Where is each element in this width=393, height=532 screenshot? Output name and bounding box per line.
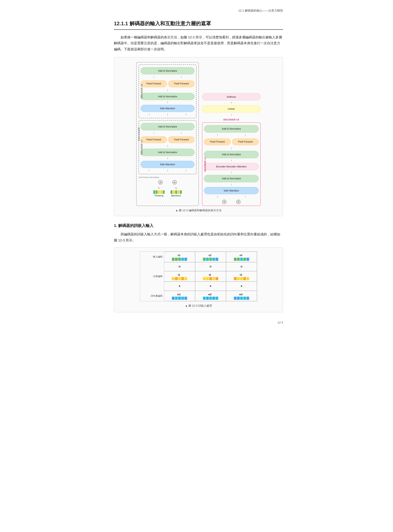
embed-row-plus: + + + bbox=[140, 282, 257, 291]
dec-plus-circle-2: ⊕ bbox=[236, 200, 241, 204]
encoder-1-block: ENCODER #1 Add & Normalize ↑ ↑ Feed Forw… bbox=[138, 120, 196, 174]
input-x2: x₂ Machines bbox=[171, 186, 182, 198]
enc2-arrow-up-2: ↑ bbox=[141, 101, 195, 104]
enc1-add-norm-2: Add & Normalize bbox=[141, 149, 195, 156]
softmax-box: Softmax bbox=[202, 93, 261, 100]
linear-box: Linear bbox=[202, 105, 261, 112]
arrow-linear-dec2: ↑ bbox=[231, 113, 232, 116]
body-paragraph-2: 與編碼器的詞嵌入輸入方式一樣，解碼器本身的詞嵌入處理也是由初始化的詞向量和位置向… bbox=[114, 231, 283, 243]
encoder-2-block: ENCODER #2 Add & Normalize ↑ ↑ Feed Forw… bbox=[138, 65, 196, 119]
encoder-section: ENCODER ENCODER #2 Add & Normalize ↑ ↑ F… bbox=[136, 62, 199, 206]
decoder-top: Softmax ↑ Linear ↑ bbox=[202, 93, 261, 117]
body-paragraph-1: 如果換一種編碼器和解碼器的表示方法，如圖 12-2 所示，可以清楚地看到，經過多… bbox=[114, 35, 283, 52]
dec1-add-norm-3: Add & Normalize bbox=[204, 175, 259, 182]
enc1-arrows-ff: ↑ ↑ bbox=[141, 131, 195, 135]
input-row-label: 輸入編碼 bbox=[140, 252, 164, 262]
embedding-table: 輸入編碼 x1 x2 x3 = = bbox=[140, 251, 257, 301]
dec1-enc-dec-attn: Encoder-Decoder Attention bbox=[204, 163, 259, 170]
enc1-arrow-up-1: ↑ bbox=[141, 145, 195, 148]
enc1-bottom-arrows: ↑ ↑ ↑ bbox=[141, 169, 195, 172]
plus-1: + bbox=[164, 282, 195, 291]
plus-circle-2: ⊕ bbox=[172, 180, 177, 184]
dec1-bottom-arrows: ↑ ↑ bbox=[204, 195, 259, 199]
arrow-softmax-linear: ↑ bbox=[231, 101, 232, 104]
enc2-bottom-arrows: ↑ ↑ ↑ bbox=[141, 113, 195, 116]
embed-row-input: 輸入編碼 x1 x2 x3 bbox=[140, 252, 257, 262]
fig3-caption: ▲ 圖 12-3 詞嵌入處理 bbox=[185, 303, 212, 308]
word-w3-cell: w3 bbox=[226, 291, 257, 301]
embed-row-position: 位置編碼 t1 t2 t3 bbox=[140, 271, 257, 282]
plus-circle-1: ⊕ bbox=[158, 180, 163, 184]
eq-1: = bbox=[164, 262, 195, 271]
x2-label: x₂ bbox=[171, 186, 182, 190]
enc1-self-attn: Self-Attention bbox=[141, 161, 195, 168]
input-x2-cell: x2 bbox=[195, 252, 226, 262]
enc2-arrows-ff: ↑ ↑ bbox=[141, 75, 195, 79]
eq-3: = bbox=[226, 262, 257, 271]
decoder-1-block: DECODER #1 Add & Normalize ↑ ↑ Feed Forw… bbox=[202, 122, 261, 206]
thinking-label: Thinking bbox=[153, 194, 165, 198]
embed-row-eq: = = = bbox=[140, 262, 257, 271]
enc1-ff-2: Feed Forward bbox=[168, 136, 195, 143]
enc2-ff-row: Feed Forward Feed Forward bbox=[141, 80, 195, 88]
enc1-add-normalize: Add & Normalize bbox=[141, 123, 195, 130]
enc2-ff-1: Feed Forward bbox=[141, 80, 167, 87]
page-header: 12.1 解碼器的核心——注意力模型 bbox=[114, 8, 283, 13]
enc1-ff-1: Feed Forward bbox=[141, 136, 167, 143]
pos-t2-cell: t2 bbox=[195, 271, 226, 282]
dec1-arrow-3: ↑ bbox=[204, 171, 259, 174]
dec-plus-circle-1: ⊕ bbox=[222, 200, 226, 204]
dec1-ff-2: Feed Forward bbox=[232, 139, 259, 145]
pos-t1-cell: t1 bbox=[164, 271, 195, 282]
word-w2-cell: w2 bbox=[195, 291, 226, 301]
section-title: 12.1.1 解碼器的輸入和互動注意力層的遮罩 bbox=[114, 19, 283, 30]
dec1-arrow-4: ↑ bbox=[204, 183, 259, 186]
enc2-ff-2: Feed Forward bbox=[168, 80, 195, 87]
enc2-add-normalize: Add & Normalize bbox=[141, 67, 195, 75]
dec1-self-attn: Self-Attention bbox=[204, 187, 259, 194]
enc-plus-row: ⊕ ⊕ bbox=[138, 180, 196, 184]
dec1-arrow-2: ↑ bbox=[204, 159, 259, 162]
input-x1-cell: x1 bbox=[164, 252, 195, 262]
decoder-1-label: DECODER #1 bbox=[204, 157, 207, 172]
decoder-2-label: DECODER #2 bbox=[202, 118, 261, 122]
word-row-label: 詞向量編碼 bbox=[140, 291, 164, 301]
position-row-label: 位置編碼 bbox=[140, 271, 164, 282]
figure-12-3-container: 輸入編碼 x1 x2 x3 = = bbox=[114, 247, 283, 312]
dec-plus-row: ⊕ ⊕ bbox=[204, 200, 259, 204]
header-text: 12.1 解碼器的核心——注意力模型 bbox=[238, 9, 283, 12]
dec1-ff-row: Feed Forward Feed Forward bbox=[204, 138, 259, 146]
enc2-self-attn: Self-Attention bbox=[141, 105, 195, 112]
fig2-caption: ▲ 圖 12-2 編碼器和解碼器的表示方法 bbox=[118, 208, 279, 213]
encoder-bottom: POSITIONAL ENCODING ⊕ ⊕ x₁ bbox=[138, 176, 196, 198]
machines-label: Machines bbox=[171, 194, 182, 198]
encoder-2-label: ENCODER #2 bbox=[140, 84, 144, 99]
x1-bars bbox=[153, 190, 165, 194]
input-x3-cell: x3 bbox=[226, 252, 257, 262]
eq-2: = bbox=[195, 262, 226, 271]
pos-t3-cell: t3 bbox=[226, 271, 257, 282]
enc1-arrow-up-2: ↑ bbox=[141, 157, 195, 160]
word-w1-cell: w1 bbox=[164, 291, 195, 301]
page-number: 12-3 bbox=[114, 320, 283, 325]
enc1-ff-row: Feed Forward Feed Forward bbox=[141, 135, 195, 144]
pos-enc-label: POSITIONAL ENCODING bbox=[138, 176, 196, 179]
embed-row-word: 詞向量編碼 w1 w2 w3 bbox=[140, 291, 257, 301]
enc2-arrow-up-1: ↑ bbox=[141, 89, 195, 92]
encoder-input-row: x₁ Thinking bbox=[138, 186, 196, 198]
dec1-arrow-1: ↑ bbox=[204, 147, 259, 150]
figure-12-2-container: ENCODER ENCODER #2 Add & Normalize ↑ ↑ F… bbox=[114, 57, 283, 216]
x2-bars bbox=[171, 190, 182, 194]
input-x1: x₁ Thinking bbox=[153, 186, 165, 198]
encoder-1-label: ENCODER #1 bbox=[140, 140, 144, 154]
plus-2: + bbox=[195, 282, 226, 291]
dec1-arrows-ff: ↑ ↑ bbox=[204, 133, 259, 137]
subsection-1-title: 1. 解碼器的詞嵌入輸入 bbox=[114, 222, 283, 229]
dec1-add-norm-top: Add & Normalize bbox=[204, 125, 259, 132]
dec1-ff-1: Feed Forward bbox=[204, 139, 231, 145]
dec1-add-norm-2: Add & Normalize bbox=[204, 151, 259, 158]
decoder-section: Softmax ↑ Linear ↑ DECODER #2 DECODER #1 bbox=[202, 93, 261, 206]
enc2-add-norm-2: Add & Normalize bbox=[141, 93, 195, 100]
diagram-wrapper: ENCODER ENCODER #2 Add & Normalize ↑ ↑ F… bbox=[118, 62, 279, 206]
x1-label: x₁ bbox=[153, 186, 165, 190]
